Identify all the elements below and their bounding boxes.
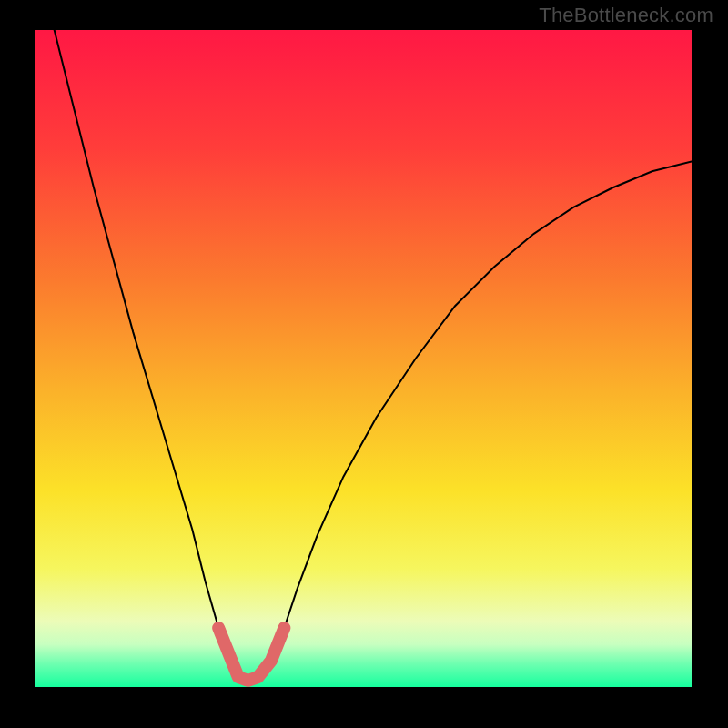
chart-frame: TheBottleneck.com [0, 0, 728, 728]
watermark-text: TheBottleneck.com [539, 4, 713, 27]
plot-background [35, 30, 692, 687]
chart-svg [0, 0, 728, 728]
